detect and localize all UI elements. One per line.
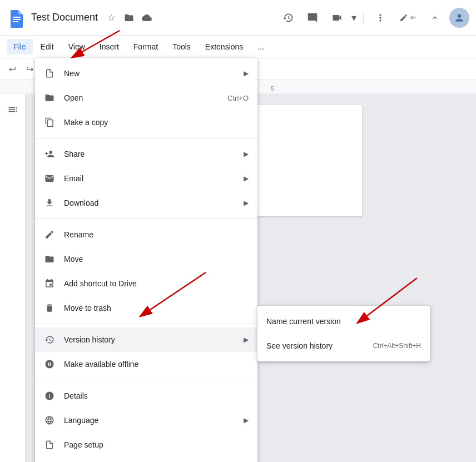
menu-entry-new[interactable]: New ▶ (35, 61, 257, 86)
menu-extensions[interactable]: Extensions (199, 39, 250, 54)
share-label: Share (64, 150, 235, 158)
menu-entry-shortcut[interactable]: Add shortcut to Drive (35, 271, 257, 296)
copy-icon (44, 117, 55, 128)
version-history-icon[interactable] (278, 8, 298, 28)
download-arrow: ▶ (244, 199, 249, 207)
menu-entry-share[interactable]: Share ▶ (35, 142, 257, 166)
left-sidebar (0, 94, 26, 462)
outline-icon[interactable] (3, 100, 23, 120)
language-label: Language (64, 416, 235, 425)
details-icon (44, 390, 55, 401)
page-setup-label: Page setup (64, 440, 249, 449)
download-label: Download (64, 198, 235, 207)
new-label: New (64, 69, 235, 78)
email-arrow: ▶ (244, 175, 249, 182)
language-arrow: ▶ (244, 416, 249, 424)
rename-icon (44, 229, 55, 240)
page-setup-icon (44, 439, 55, 450)
menu-bar: File Edit View Insert Format Tools Exten… (0, 36, 476, 58)
menu-entry-print[interactable]: Print Ctrl+P (35, 457, 257, 462)
toolbar-right: ▾ ✏ (278, 8, 469, 28)
menu-file[interactable]: File (7, 39, 33, 54)
submenu-entry-see-history[interactable]: See version history Ctrl+Alt+Shift+H (257, 334, 430, 358)
cloud-save-icon[interactable] (140, 11, 153, 24)
menu-entry-open[interactable]: Open Ctrl+O (35, 86, 257, 110)
menu-tools[interactable]: Tools (166, 39, 197, 54)
submenu-entry-name-version[interactable]: Name current version (257, 309, 430, 334)
version-history-label: Version history (64, 335, 235, 344)
comments-icon[interactable] (303, 8, 323, 28)
menu-insert[interactable]: Insert (93, 39, 126, 54)
details-label: Details (64, 391, 249, 400)
menu-format[interactable]: Format (127, 39, 165, 54)
menu-entry-trash[interactable]: Move to trash (35, 296, 257, 320)
language-icon (44, 415, 55, 426)
edit-label: ✏ (410, 14, 416, 22)
menu-entry-rename[interactable]: Rename (35, 222, 257, 247)
email-icon (44, 173, 55, 184)
shortcut-icon (44, 278, 55, 289)
svg-rect-1 (13, 17, 21, 18)
menu-more[interactable]: ... (251, 39, 271, 54)
version-history-submenu: Name current version See version history… (257, 306, 430, 361)
ruler-mark-5: 5 (271, 86, 274, 92)
move-to-folder-icon[interactable] (122, 11, 136, 24)
menu-entry-details[interactable]: Details (35, 384, 257, 408)
separator-3 (35, 324, 257, 324)
menu-entry-page-setup[interactable]: Page setup (35, 433, 257, 457)
undo-area: ↩ ↪ (4, 61, 38, 77)
new-icon (44, 68, 55, 79)
email-label: Email (64, 174, 235, 183)
menu-entry-move[interactable]: Move (35, 247, 257, 271)
meet-dropdown-icon[interactable]: ▾ (351, 12, 356, 24)
undo-button[interactable]: ↩ (4, 61, 21, 77)
avatar[interactable] (449, 8, 469, 28)
menu-entry-email[interactable]: Email ▶ (35, 166, 257, 191)
share-icon (44, 148, 55, 160)
offline-label: Make available offline (64, 360, 249, 369)
menu-entry-copy[interactable]: Make a copy (35, 110, 257, 135)
download-icon (44, 197, 55, 208)
meet-icon[interactable] (327, 8, 347, 28)
new-arrow: ▶ (244, 69, 249, 77)
offline-icon (44, 359, 55, 370)
menu-entry-download[interactable]: Download ▶ (35, 191, 257, 215)
move-label: Move (64, 255, 249, 264)
menu-entry-offline[interactable]: Make available offline (35, 352, 257, 376)
svg-rect-3 (13, 21, 18, 22)
see-history-label: See version history (266, 341, 364, 350)
file-dropdown-menu: New ▶ Open Ctrl+O Make a copy Share ▶ Em… (35, 58, 257, 462)
menu-edit[interactable]: Edit (34, 39, 61, 54)
version-history-menu-icon (44, 334, 55, 345)
rename-label: Rename (64, 230, 249, 239)
separator-4 (35, 380, 257, 380)
trash-label: Move to trash (64, 304, 249, 312)
version-history-arrow: ▶ (244, 336, 249, 344)
menu-view[interactable]: View (62, 39, 92, 54)
trash-icon (44, 302, 55, 314)
name-version-label: Name current version (266, 317, 421, 326)
title-icons: ☆ (105, 11, 153, 24)
move-icon (44, 254, 55, 265)
shortcut-label: Add shortcut to Drive (64, 279, 249, 288)
edit-mode-icon[interactable]: ✏ (395, 8, 420, 28)
more-options-icon[interactable] (370, 8, 390, 28)
share-arrow: ▶ (244, 150, 249, 158)
collapse-toolbar-icon[interactable] (425, 8, 445, 28)
copy-label: Make a copy (64, 118, 249, 127)
open-shortcut: Ctrl+O (227, 94, 249, 102)
top-bar: Test Document ☆ ▾ ✏ (0, 0, 476, 36)
doc-title: Test Document (31, 12, 98, 23)
separator-2 (35, 218, 257, 219)
menu-entry-version-history[interactable]: Version history ▶ (35, 327, 257, 352)
open-label: Open (64, 93, 219, 102)
separator-1 (35, 138, 257, 138)
star-icon[interactable]: ☆ (105, 11, 118, 24)
doc-icon (7, 8, 27, 28)
svg-rect-2 (13, 19, 21, 20)
see-history-shortcut: Ctrl+Alt+Shift+H (373, 342, 421, 350)
menu-entry-language[interactable]: Language ▶ (35, 408, 257, 433)
open-icon (44, 92, 55, 103)
